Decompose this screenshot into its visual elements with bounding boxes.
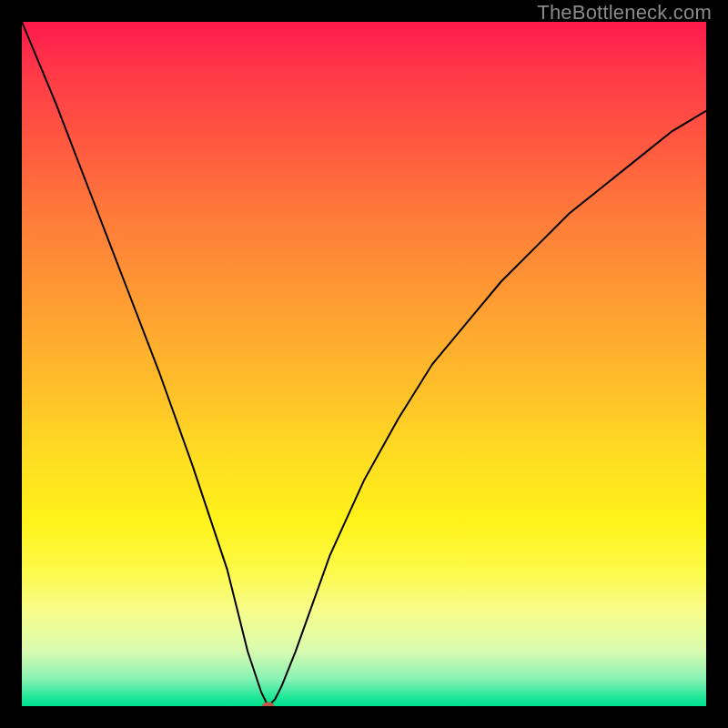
curve-svg <box>22 22 706 706</box>
bottleneck-curve <box>22 22 706 706</box>
plot-area <box>22 22 706 706</box>
chart-frame: TheBottleneck.com <box>0 0 728 728</box>
